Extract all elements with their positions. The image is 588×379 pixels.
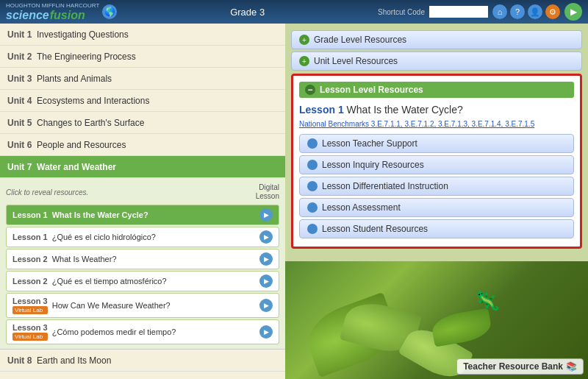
- click-reveal-text: Click to reveal resources.: [6, 188, 88, 196]
- lesson-item-3es[interactable]: Lesson 3 Virtual Lab ¿Cómo podemos medir…: [6, 319, 279, 344]
- unit-row-3[interactable]: Unit 3 Plants and Animals: [0, 68, 285, 90]
- unit-num-7: Unit 7: [7, 162, 37, 172]
- settings-icon-btn[interactable]: ⚙: [545, 4, 560, 19]
- lesson-title-2: What Is Weather?: [52, 255, 117, 263]
- insect-decoration: 🦎: [472, 286, 501, 315]
- home-icon-btn[interactable]: ⌂: [492, 4, 507, 19]
- lesson-item-3[interactable]: Lesson 3 Virtual Lab How Can We Measure …: [6, 293, 279, 318]
- lesson-inquiry-resources-btn[interactable]: Lesson Inquiry Resources: [299, 155, 574, 174]
- unit-row-1[interactable]: Unit 1 Investigating Questions: [0, 24, 285, 46]
- unit-row-8[interactable]: Unit 8 Earth and Its Moon: [0, 350, 285, 372]
- lesson-num-main: Lesson 1: [299, 104, 344, 116]
- lesson-num-3es: Lesson 3: [12, 323, 48, 332]
- lesson-title-3es: ¿Cómo podemos medir el tiempo?: [52, 327, 176, 336]
- lesson-assessment-btn[interactable]: Lesson Assessment: [299, 198, 574, 217]
- unit-row-2[interactable]: Unit 2 The Engineering Process: [0, 46, 285, 68]
- grade-level-icon: +: [299, 35, 309, 45]
- photo-area: 🦎 Teacher Resource Bank 📚: [285, 261, 588, 379]
- lesson-resources-box: − Lesson Level Resources Lesson 1 What I…: [291, 74, 582, 249]
- inquiry-resources-icon: [307, 160, 318, 170]
- lesson-play-btn-3[interactable]: ▶: [259, 299, 273, 312]
- lesson-item-1es[interactable]: Lesson 1 ¿Qué es el ciclo hidrológico? ▶: [6, 227, 279, 247]
- lesson-item-1[interactable]: Lesson 1 What Is the Water Cycle? ▶: [6, 205, 279, 225]
- lesson-item-2es-left: Lesson 2 ¿Qué es el tiempo atmosférico?: [12, 277, 167, 286]
- lesson-student-resources-btn[interactable]: Lesson Student Resources: [299, 219, 574, 238]
- inquiry-resources-label: Lesson Inquiry Resources: [322, 160, 424, 170]
- differentiated-label: Lesson Differentiated Instruction: [322, 181, 448, 191]
- unit-row-4[interactable]: Unit 4 Ecosystems and Interactions: [0, 90, 285, 112]
- unit-name-5: Changes to Earth's Surface: [37, 118, 144, 128]
- right-panel: + Grade Level Resources + Unit Level Res…: [285, 24, 588, 379]
- student-resources-label: Lesson Student Resources: [322, 224, 428, 234]
- assessment-icon: [307, 202, 318, 213]
- lesson-teacher-support-btn[interactable]: Lesson Teacher Support: [299, 134, 574, 153]
- unit-num-4: Unit 4: [7, 96, 37, 106]
- lesson-item-1es-left: Lesson 1 ¿Qué es el ciclo hidrológico?: [12, 233, 156, 241]
- unit-row-9[interactable]: Unit 9 Matter: [0, 372, 285, 379]
- lesson-panel-header: Click to reveal resources. Digital Lesso…: [6, 181, 279, 203]
- photo-inner: 🦎 Teacher Resource Bank 📚: [285, 261, 588, 379]
- header-icons: ⌂ ? 👤 ⚙: [492, 4, 560, 19]
- logo-brand2: fusion: [50, 9, 85, 22]
- unit-name-2: The Engineering Process: [37, 52, 136, 62]
- lesson-item-2es[interactable]: Lesson 2 ¿Qué es el tiempo atmosférico? …: [6, 271, 279, 291]
- left-panel: Unit 1 Investigating Questions Unit 2 Th…: [0, 24, 285, 379]
- help-icon-btn[interactable]: ?: [510, 4, 525, 19]
- header-right: Shortcut Code ⌂ ? 👤 ⚙ ▶: [378, 3, 582, 21]
- grade-label: Grade 3: [230, 7, 265, 18]
- unit-num-6: Unit 6: [7, 140, 37, 150]
- logo-area: HOUGHTON MIFFLIN HARCOURT sciencefusion …: [6, 2, 117, 22]
- lesson-play-btn-2[interactable]: ▶: [259, 252, 273, 266]
- play-button[interactable]: ▶: [564, 3, 582, 21]
- lesson-title-1es: ¿Qué es el ciclo hidrológico?: [52, 233, 156, 241]
- collapse-icon[interactable]: −: [305, 85, 315, 95]
- unit-row-5[interactable]: Unit 5 Changes to Earth's Surface: [0, 112, 285, 134]
- unit-level-icon: +: [299, 56, 309, 66]
- unit-row-7[interactable]: Unit 7 Water and Weather: [0, 156, 285, 178]
- teacher-resource-bank-text: Teacher Resource Bank: [463, 361, 563, 372]
- user-icon-btn[interactable]: 👤: [528, 4, 542, 19]
- lesson-play-btn-3es[interactable]: ▶: [259, 325, 273, 339]
- app-header: HOUGHTON MIFFLIN HARCOURT sciencefusion …: [0, 0, 588, 24]
- benchmarks-values: 3.E.7.1.1, 3.E.7.1.2, 3.E.7.1.3, 3.E.7.1…: [371, 120, 534, 128]
- main-content: Unit 1 Investigating Questions Unit 2 Th…: [0, 24, 588, 379]
- teacher-support-label: Lesson Teacher Support: [322, 138, 417, 149]
- lesson-item-3es-left: Lesson 3 Virtual Lab ¿Cómo podemos medir…: [12, 323, 176, 341]
- virtual-lab-badge-3: Virtual Lab: [12, 306, 48, 314]
- unit-row-6[interactable]: Unit 6 People and Resources: [0, 134, 285, 156]
- digital-lesson-label: Digital Lesson: [256, 183, 279, 201]
- lesson-play-btn-1[interactable]: ▶: [259, 208, 273, 222]
- lesson-title-main: Lesson 1 What Is the Water Cycle?: [299, 104, 574, 116]
- benchmarks-label: National Benchmarks: [299, 120, 369, 128]
- logo-brand: science: [6, 9, 49, 22]
- lesson-item-2-left: Lesson 2 What Is Weather?: [12, 255, 117, 263]
- unit-num-3: Unit 3: [7, 74, 37, 84]
- lesson-num-2: Lesson 2: [12, 255, 48, 263]
- teacher-resource-bank-badge: Teacher Resource Bank 📚: [456, 358, 584, 375]
- lesson-resources-title-bar: − Lesson Level Resources: [299, 82, 574, 98]
- differentiated-icon: [307, 181, 318, 191]
- student-resources-icon: [307, 224, 318, 234]
- lesson-item-2[interactable]: Lesson 2 What Is Weather? ▶: [6, 249, 279, 269]
- shortcut-input[interactable]: [429, 6, 488, 18]
- unit-name-3: Plants and Animals: [37, 74, 112, 84]
- assessment-label: Lesson Assessment: [322, 202, 401, 213]
- unit-name-6: People and Resources: [37, 140, 126, 150]
- lesson-item-3-left: Lesson 3 Virtual Lab How Can We Measure …: [12, 297, 171, 314]
- unit-num-5: Unit 5: [7, 118, 37, 128]
- lesson-play-btn-2es[interactable]: ▶: [259, 274, 273, 288]
- unit-num-1: Unit 1: [7, 29, 37, 40]
- lesson-play-btn-1es[interactable]: ▶: [259, 230, 273, 244]
- unit-level-resources-btn[interactable]: + Unit Level Resources: [291, 52, 582, 71]
- teacher-support-icon: [307, 138, 318, 149]
- lesson-name-main: What Is the Water Cycle?: [347, 104, 463, 116]
- unit-name-7: Water and Weather: [37, 162, 116, 172]
- lesson-title-3: How Can We Measure Weather?: [52, 301, 171, 310]
- grade-level-label: Grade Level Resources: [314, 35, 406, 45]
- grade-level-resources-btn[interactable]: + Grade Level Resources: [291, 30, 582, 49]
- unit-level-label: Unit Level Resources: [314, 56, 398, 66]
- lesson-differentiated-instruction-btn[interactable]: Lesson Differentiated Instruction: [299, 177, 574, 196]
- shortcut-label: Shortcut Code: [378, 8, 425, 16]
- unit-name-1: Investigating Questions: [37, 29, 129, 40]
- lesson-resources-title-text: Lesson Level Resources: [320, 85, 423, 95]
